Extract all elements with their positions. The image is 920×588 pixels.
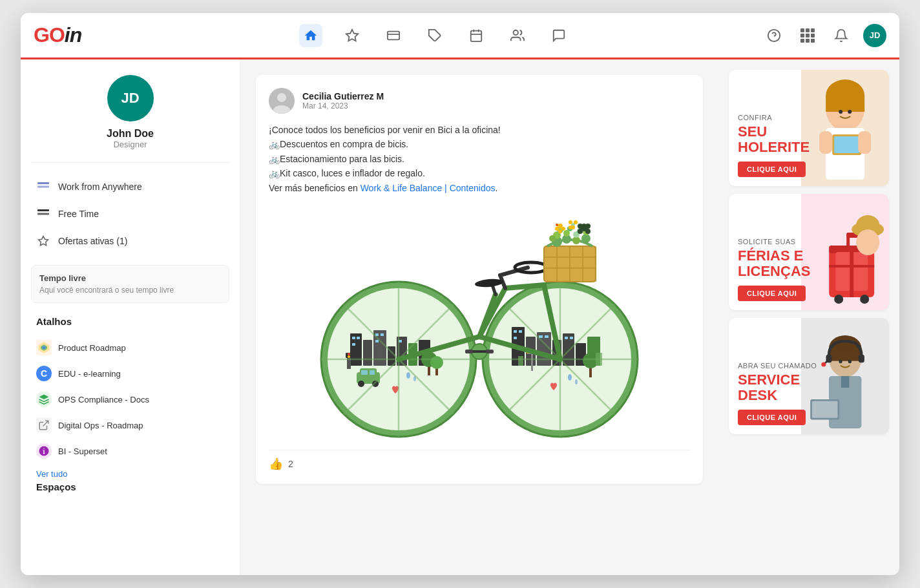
shortcut-ops-compliance[interactable]: OPS Compliance - Docs <box>31 386 229 412</box>
bi-icon <box>36 443 52 459</box>
post-date: Mar 14, 2023 <box>302 101 384 110</box>
svg-point-110 <box>549 235 556 242</box>
svg-rect-37 <box>375 340 379 342</box>
svg-rect-137 <box>465 350 473 353</box>
atalhos-title: Atalhos <box>31 316 229 327</box>
svg-rect-69 <box>514 330 517 333</box>
post-content: ¡Conoce todos los beneficios por venir e… <box>269 123 690 195</box>
tempo-livre-desc: Aqui você encontrará o seu tempo livre <box>39 286 221 295</box>
svg-rect-1 <box>388 31 399 39</box>
svg-point-129 <box>569 226 572 229</box>
shortcut-edu-elearning[interactable]: C EDU - e-learning <box>31 361 229 386</box>
svg-point-123 <box>558 229 562 233</box>
ad-ferias: SOLICITE SUAS FÉRIAS ELICENÇAS CLIQUE AQ… <box>729 194 889 310</box>
grid-icon <box>800 28 815 43</box>
ad-servicedesk-label: ABRA SEU CHAMADO <box>738 362 880 370</box>
ofertas-icon <box>36 234 50 248</box>
svg-rect-73 <box>545 335 549 338</box>
svg-rect-138 <box>486 350 494 353</box>
svg-point-53 <box>406 372 410 379</box>
nav-cards[interactable] <box>382 24 405 47</box>
nav-people[interactable] <box>506 24 529 47</box>
shortcut-product-roadmap[interactable]: Product Roadmap <box>31 335 229 361</box>
nav-favorites[interactable] <box>340 24 364 47</box>
nav-tags[interactable] <box>423 24 446 47</box>
post-avatar <box>269 88 295 114</box>
svg-line-19 <box>43 421 48 426</box>
ops-icon <box>36 392 52 407</box>
logo-go: GO <box>34 23 65 47</box>
sidebar: JD John Doe Designer Work from Anywhere … <box>21 59 240 575</box>
post-author-info: Cecilia Gutierrez M Mar 14, 2023 <box>302 91 384 110</box>
post-author-name: Cecilia Gutierrez M <box>302 91 384 101</box>
nav-home[interactable] <box>299 24 322 47</box>
svg-rect-78 <box>531 352 533 371</box>
svg-point-132 <box>585 224 591 229</box>
ad-ferias-title: FÉRIAS ELICENÇAS <box>738 248 880 279</box>
apps-button[interactable] <box>796 24 819 47</box>
svg-rect-12 <box>37 186 49 188</box>
sidebar-menu: Work from Anywhere Free Time Ofertas ati… <box>31 173 229 255</box>
svg-rect-11 <box>37 182 49 184</box>
nav-calendar[interactable] <box>465 24 488 47</box>
svg-rect-71 <box>514 337 517 339</box>
ad-ferias-label: SOLICITE SUAS <box>738 238 880 246</box>
bike-svg <box>298 211 660 443</box>
svg-point-126 <box>569 220 572 224</box>
notifications-button[interactable] <box>830 24 853 47</box>
svg-point-81 <box>568 374 572 381</box>
svg-rect-74 <box>565 337 568 339</box>
shortcut-bi-superset[interactable]: BI - Superset <box>31 438 229 464</box>
digital-ops-icon <box>36 417 52 433</box>
reaction-emoji[interactable]: 👍 <box>269 457 283 471</box>
ad-servicedesk-title: SERVICEDESK <box>738 372 880 403</box>
sidebar-item-work-anywhere[interactable]: Work from Anywhere <box>31 173 229 200</box>
help-button[interactable] <box>762 24 786 47</box>
bike-illustration <box>269 204 690 450</box>
espacos-section: Espaços <box>31 481 229 492</box>
espacos-title: Espaços <box>31 481 229 492</box>
svg-point-133 <box>578 229 583 234</box>
svg-rect-14 <box>37 213 49 215</box>
svg-rect-44 <box>370 370 375 375</box>
svg-point-134 <box>585 229 591 234</box>
product-roadmap-icon <box>36 340 52 355</box>
ad-ferias-content: SOLICITE SUAS FÉRIAS ELICENÇAS CLIQUE AQ… <box>729 229 889 310</box>
main-layout: JD John Doe Designer Work from Anywhere … <box>21 59 899 575</box>
ad-servicedesk-button[interactable]: CLIQUE AQUI <box>738 410 806 425</box>
header-right: JD <box>762 24 886 47</box>
ad-ferias-button[interactable]: CLIQUE AQUI <box>738 286 806 301</box>
svg-point-127 <box>574 220 578 224</box>
tempo-livre-section: Tempo livre Aqui você encontrará o seu t… <box>31 265 229 303</box>
svg-marker-15 <box>39 236 48 246</box>
sidebar-item-free-time[interactable]: Free Time <box>31 200 229 227</box>
svg-point-115 <box>581 234 591 243</box>
svg-rect-34 <box>352 343 355 346</box>
user-name: John Doe <box>107 128 154 140</box>
user-role: Designer <box>113 140 147 149</box>
logo[interactable]: GO in <box>34 23 81 47</box>
svg-rect-13 <box>37 209 49 211</box>
post-reactions: 👍 2 <box>269 450 690 471</box>
user-avatar-header[interactable]: JD <box>863 24 886 47</box>
svg-rect-75 <box>570 337 573 339</box>
svg-line-93 <box>505 285 544 288</box>
svg-rect-25 <box>350 333 362 366</box>
nav-chat[interactable] <box>547 24 570 47</box>
tempo-livre-title: Tempo livre <box>39 273 221 283</box>
content-area: Cecilia Gutierrez M Mar 14, 2023 ¡Conoce… <box>240 59 718 575</box>
ad-servicedesk: ABRA SEU CHAMADO SERVICEDESK CLIQUE AQUI <box>729 318 889 434</box>
shortcut-digital-ops[interactable]: Digital Ops - Roadmap <box>31 412 229 438</box>
svg-rect-36 <box>381 333 384 336</box>
svg-point-98 <box>475 278 504 288</box>
ad-holerite-button[interactable]: CLIQUE AQUI <box>738 162 806 177</box>
svg-point-51 <box>348 353 350 355</box>
ad-holerite-label: CONFIRA <box>738 114 880 121</box>
ad-holerite-title: SEUHOLERITE <box>738 124 880 155</box>
svg-point-8 <box>514 30 518 34</box>
post-card: Cecilia Gutierrez M Mar 14, 2023 ¡Conoce… <box>256 75 703 484</box>
ver-tudo-link[interactable]: Ver tudo <box>31 467 229 481</box>
sidebar-item-ofertas[interactable]: Ofertas ativas (1) <box>31 227 229 255</box>
svg-point-48 <box>430 356 443 369</box>
header: GO in <box>21 13 899 59</box>
